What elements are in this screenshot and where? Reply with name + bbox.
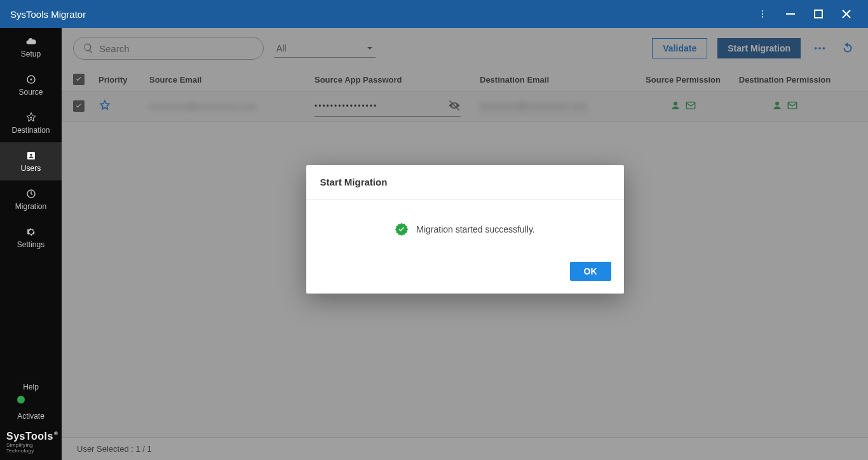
svg-point-2 [762, 17, 763, 18]
titlebar: SysTools Migrator [0, 0, 868, 28]
users-icon [25, 150, 37, 161]
svg-point-1 [762, 13, 763, 15]
ok-button[interactable]: OK [570, 262, 611, 281]
close-button[interactable] [832, 0, 860, 28]
main-area: All Validate Start Migration Priority So… [62, 28, 868, 460]
maximize-button[interactable] [804, 0, 832, 28]
sidebar: Setup Source Destination Users Migration… [0, 28, 62, 460]
verified-icon [395, 222, 409, 236]
sidebar-item-help[interactable]: ? Help [0, 367, 62, 396]
modal-overlay: Start Migration Migration started succes… [62, 28, 868, 460]
svg-rect-3 [786, 13, 795, 15]
app-title: SysTools Migrator [10, 9, 86, 20]
sidebar-label: Activate [17, 412, 44, 421]
svg-point-6 [30, 79, 32, 81]
svg-rect-4 [815, 10, 822, 18]
sidebar-label: Help [23, 382, 39, 391]
sidebar-label: Users [21, 164, 41, 173]
start-migration-dialog: Start Migration Migration started succes… [306, 165, 624, 294]
sidebar-label: Destination [11, 126, 50, 135]
minimize-button[interactable] [776, 0, 804, 28]
sidebar-item-setup[interactable]: Setup [0, 28, 62, 66]
sidebar-item-source[interactable]: Source [0, 66, 62, 104]
cloud-icon [25, 36, 37, 47]
target-out-icon [25, 74, 37, 85]
svg-point-9 [30, 154, 32, 156]
sidebar-label: Setup [21, 50, 41, 58]
sidebar-label: Settings [17, 240, 44, 249]
dialog-message: Migration started successfully. [416, 224, 534, 234]
target-icon [25, 112, 37, 123]
status-dot-icon [17, 395, 25, 404]
sidebar-item-destination[interactable]: Destination [0, 104, 62, 142]
sidebar-item-settings[interactable]: Settings [0, 219, 62, 257]
svg-point-0 [762, 10, 763, 11]
brand-name: SysTools [6, 431, 53, 442]
brand-tagline: Simplifying Technology [6, 442, 58, 454]
sidebar-label: Migration [15, 202, 46, 211]
sidebar-item-migration[interactable]: Migration [0, 180, 62, 219]
clock-icon [25, 188, 37, 200]
svg-point-7 [30, 117, 32, 119]
gear-icon [25, 226, 37, 238]
sidebar-label: Source [18, 88, 43, 97]
sidebar-item-activate[interactable]: Activate [0, 396, 62, 426]
titlebar-kebab-icon[interactable] [749, 9, 776, 19]
sidebar-item-users[interactable]: Users [0, 142, 62, 180]
brand-block: SysTools® Simplifying Technology [0, 426, 62, 460]
dialog-title: Start Migration [306, 165, 624, 200]
